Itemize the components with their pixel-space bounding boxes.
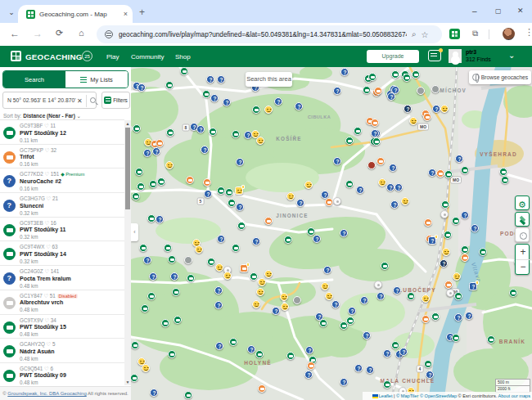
mystery-cache-marker[interactable] (206, 75, 214, 83)
waypoint-marker[interactable] (440, 210, 449, 218)
traditional-cache-marker[interactable] (132, 192, 140, 200)
extensions-icon[interactable]: ⧉ (472, 29, 482, 38)
found-smiley-marker[interactable] (280, 293, 288, 301)
traditional-cache-marker[interactable] (164, 244, 172, 252)
mystery-cache-marker[interactable] (274, 97, 282, 106)
multi-cache-marker[interactable] (424, 218, 432, 227)
traditional-cache-marker[interactable] (252, 106, 260, 114)
mystery-cache-marker[interactable] (471, 224, 479, 232)
traditional-cache-marker[interactable] (147, 214, 156, 222)
search-icon[interactable] (90, 97, 96, 103)
traditional-cache-marker[interactable] (441, 200, 449, 209)
mystery-cache-marker[interactable] (393, 286, 401, 294)
clear-search-icon[interactable]: ✕ (77, 97, 83, 105)
mystery-cache-marker[interactable] (386, 183, 394, 191)
traditional-cache-marker[interactable] (461, 166, 469, 174)
found-smiley-marker[interactable] (409, 117, 417, 125)
mystery-cache-marker[interactable] (217, 235, 225, 243)
traditional-cache-marker[interactable] (479, 248, 487, 256)
traditional-cache-marker[interactable] (232, 244, 240, 252)
traditional-cache-marker[interactable] (228, 199, 236, 207)
scroll-up-icon[interactable]: ▲ (125, 121, 130, 126)
found-smiley-marker[interactable] (195, 245, 203, 254)
mystery-cache-marker[interactable] (196, 125, 205, 133)
traditional-cache-marker[interactable] (444, 231, 452, 239)
traditional-cache-marker[interactable] (383, 380, 391, 389)
zoom-page-icon[interactable]: ⌕ (412, 29, 417, 39)
mystery-cache-marker[interactable] (455, 155, 463, 163)
gray-cache-marker[interactable] (293, 296, 301, 304)
about-maps-link[interactable]: About our maps (498, 393, 531, 398)
traditional-cache-marker[interactable] (255, 350, 264, 358)
traditional-cache-marker[interactable] (133, 124, 141, 133)
found-smiley-marker[interactable] (256, 288, 264, 296)
brand-title[interactable]: GEOCACHING (25, 52, 83, 61)
mystery-cache-marker[interactable] (143, 149, 151, 157)
traditional-cache-marker[interactable] (284, 236, 292, 244)
mystery-cache-marker[interactable] (210, 94, 219, 102)
mystery-cache-marker[interactable] (389, 164, 397, 172)
mystery-cache-marker[interactable] (272, 307, 280, 315)
found-smiley-marker[interactable] (235, 187, 243, 195)
mystery-cache-marker[interactable] (201, 146, 209, 154)
found-smiley-marker[interactable] (422, 294, 430, 303)
traditional-cache-marker[interactable] (168, 350, 176, 358)
mystery-cache-marker[interactable] (296, 199, 304, 207)
mystery-cache-marker[interactable] (363, 331, 371, 339)
dark-cache-marker[interactable] (404, 105, 412, 113)
mystery-cache-marker[interactable] (323, 266, 331, 274)
mystery-cache-marker[interactable] (426, 371, 434, 379)
upgrade-button[interactable]: Upgrade (367, 50, 419, 63)
tab-close-icon[interactable]: × (124, 10, 128, 18)
user-menu-chevron-icon[interactable]: ⌄ (508, 51, 515, 60)
scroll-down-icon[interactable]: ▼ (125, 380, 130, 384)
mystery-cache-marker[interactable] (305, 346, 313, 354)
mystery-cache-marker[interactable] (428, 236, 436, 245)
traditional-cache-marker[interactable] (217, 187, 225, 195)
map-settings-button[interactable]: ⚙ (515, 196, 530, 210)
site-info-icon[interactable] (105, 30, 113, 38)
found-smiley-marker[interactable] (264, 270, 273, 278)
mystery-cache-marker[interactable] (461, 211, 469, 219)
maptiler-link[interactable]: © MapTiler (396, 393, 420, 398)
mystery-cache-marker[interactable] (215, 342, 223, 350)
traditional-cache-marker[interactable] (225, 188, 233, 196)
traditional-cache-marker[interactable] (431, 312, 440, 321)
traditional-cache-marker[interactable] (172, 288, 180, 296)
traditional-cache-marker[interactable] (372, 137, 381, 146)
traditional-cache-marker[interactable] (165, 81, 174, 89)
bookmark-star-icon[interactable]: ☆ (422, 30, 429, 39)
mystery-cache-marker[interactable] (354, 364, 363, 372)
traditional-cache-marker[interactable] (250, 272, 258, 281)
traditional-cache-marker[interactable] (174, 316, 182, 324)
osm-link[interactable]: © OpenStreetMap (420, 393, 458, 398)
browser-menu-icon[interactable]: ⋮ (525, 27, 532, 38)
found-smiley-marker[interactable] (401, 197, 409, 205)
multi-cache-marker[interactable] (371, 119, 379, 127)
traditional-cache-marker[interactable] (444, 170, 453, 178)
traditional-cache-marker[interactable] (461, 245, 469, 254)
back-icon[interactable]: ← (10, 28, 20, 39)
mystery-cache-marker[interactable] (469, 282, 477, 290)
found-smiley-marker[interactable] (252, 300, 260, 308)
traditional-cache-marker[interactable] (307, 227, 315, 236)
found-smiley-marker[interactable] (325, 292, 333, 300)
mystery-cache-marker[interactable] (333, 157, 341, 165)
mystery-cache-marker[interactable] (247, 345, 255, 353)
traditional-cache-marker[interactable] (229, 338, 237, 346)
traditional-cache-marker[interactable] (135, 168, 143, 176)
mystery-cache-marker[interactable] (340, 229, 348, 237)
traditional-cache-marker[interactable] (166, 128, 174, 137)
nav-play[interactable]: Play (106, 53, 119, 61)
nav-community[interactable]: Community (131, 53, 164, 61)
mystery-cache-marker[interactable] (149, 272, 157, 281)
traditional-cache-marker[interactable] (137, 182, 145, 191)
traditional-cache-marker[interactable] (237, 222, 246, 230)
cache-result-item[interactable]: GC75PKP ♡ 32Trifot0.16 km (0, 145, 124, 169)
geocaching-extension-icon[interactable] (449, 29, 460, 39)
reload-icon[interactable]: ⟳ (56, 28, 63, 38)
mystery-cache-marker[interactable] (152, 147, 160, 155)
dark-cache-marker[interactable] (440, 259, 448, 267)
mystery-cache-marker[interactable] (399, 348, 408, 356)
map-canvas[interactable]: KOŠÍŘESMÍCHOVJINONICECIBULKAHLUBOČEPYHOL… (131, 67, 532, 400)
